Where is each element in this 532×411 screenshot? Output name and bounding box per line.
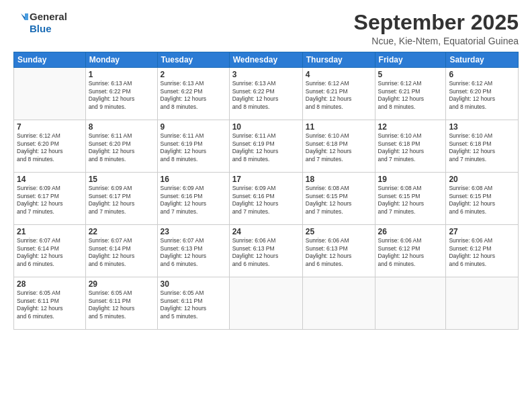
week-row-4: 21Sunrise: 6:07 AMSunset: 6:14 PMDayligh…: [14, 225, 519, 277]
col-tuesday: Tuesday: [157, 52, 229, 68]
day-number: 19: [378, 175, 443, 184]
cell-w1-d4: 3Sunrise: 6:13 AMSunset: 6:22 PMDaylight…: [229, 68, 302, 120]
day-info: Sunrise: 6:05 AMSunset: 6:11 PMDaylight:…: [89, 289, 154, 320]
page: General Blue September 2025 Ncue, Kie-Nt…: [0, 0, 532, 411]
day-number: 28: [17, 279, 83, 289]
day-number: 14: [17, 175, 83, 184]
day-info: Sunrise: 6:12 AMSunset: 6:21 PMDaylight:…: [378, 80, 443, 111]
day-number: 7: [17, 122, 83, 132]
col-monday: Monday: [85, 52, 157, 68]
day-number: 13: [449, 122, 515, 132]
cell-w2-d1: 7Sunrise: 6:12 AMSunset: 6:20 PMDaylight…: [14, 120, 86, 173]
day-number: 6: [449, 70, 515, 79]
cell-w2-d7: 13Sunrise: 6:10 AMSunset: 6:18 PMDayligh…: [446, 120, 519, 173]
logo: General Blue: [13, 11, 67, 35]
cell-w2-d6: 12Sunrise: 6:10 AMSunset: 6:18 PMDayligh…: [375, 120, 446, 173]
day-number: 11: [306, 122, 372, 132]
day-info: Sunrise: 6:10 AMSunset: 6:18 PMDaylight:…: [449, 132, 515, 163]
calendar-table: Sunday Monday Tuesday Wednesday Thursday…: [13, 52, 519, 330]
cell-w4-d5: 25Sunrise: 6:06 AMSunset: 6:13 PMDayligh…: [302, 225, 375, 277]
cell-w3-d3: 16Sunrise: 6:09 AMSunset: 6:16 PMDayligh…: [157, 173, 229, 225]
week-row-2: 7Sunrise: 6:12 AMSunset: 6:20 PMDaylight…: [14, 120, 519, 173]
day-number: 21: [17, 227, 83, 236]
month-title: September 2025: [354, 11, 519, 34]
cell-w2-d3: 9Sunrise: 6:11 AMSunset: 6:19 PMDaylight…: [157, 120, 229, 173]
day-info: Sunrise: 6:07 AMSunset: 6:14 PMDaylight:…: [17, 237, 83, 268]
logo-graphic: General Blue: [13, 11, 67, 35]
day-info: Sunrise: 6:06 AMSunset: 6:13 PMDaylight:…: [306, 237, 372, 268]
day-number: 26: [378, 227, 443, 236]
cell-w5-d2: 29Sunrise: 6:05 AMSunset: 6:11 PMDayligh…: [85, 277, 157, 330]
day-number: 16: [161, 175, 226, 184]
cell-w2-d4: 10Sunrise: 6:11 AMSunset: 6:19 PMDayligh…: [229, 120, 302, 173]
cell-w1-d2: 1Sunrise: 6:13 AMSunset: 6:22 PMDaylight…: [85, 68, 157, 120]
cell-w3-d2: 15Sunrise: 6:09 AMSunset: 6:17 PMDayligh…: [85, 173, 157, 225]
day-info: Sunrise: 6:07 AMSunset: 6:14 PMDaylight:…: [89, 237, 154, 268]
cell-w3-d7: 20Sunrise: 6:08 AMSunset: 6:15 PMDayligh…: [446, 173, 519, 225]
week-row-1: 1Sunrise: 6:13 AMSunset: 6:22 PMDaylight…: [14, 68, 519, 120]
day-info: Sunrise: 6:08 AMSunset: 6:15 PMDaylight:…: [378, 185, 443, 216]
cell-w2-d5: 11Sunrise: 6:10 AMSunset: 6:18 PMDayligh…: [302, 120, 375, 173]
day-info: Sunrise: 6:08 AMSunset: 6:15 PMDaylight:…: [449, 185, 515, 216]
day-info: Sunrise: 6:09 AMSunset: 6:16 PMDaylight:…: [232, 185, 300, 216]
day-number: 22: [89, 227, 154, 236]
day-number: 18: [306, 175, 372, 184]
day-info: Sunrise: 6:13 AMSunset: 6:22 PMDaylight:…: [89, 80, 154, 111]
day-info: Sunrise: 6:07 AMSunset: 6:13 PMDaylight:…: [161, 237, 226, 268]
cell-w4-d6: 26Sunrise: 6:06 AMSunset: 6:12 PMDayligh…: [375, 225, 446, 277]
day-number: 3: [232, 70, 300, 79]
cell-w1-d5: 4Sunrise: 6:12 AMSunset: 6:21 PMDaylight…: [302, 68, 375, 120]
day-info: Sunrise: 6:06 AMSunset: 6:12 PMDaylight:…: [378, 237, 443, 268]
day-number: 23: [161, 227, 226, 236]
day-info: Sunrise: 6:05 AMSunset: 6:11 PMDaylight:…: [17, 289, 83, 320]
location-subtitle: Ncue, Kie-Ntem, Equatorial Guinea: [354, 36, 519, 46]
col-thursday: Thursday: [302, 52, 375, 68]
day-number: 24: [232, 227, 300, 236]
cell-w4-d1: 21Sunrise: 6:07 AMSunset: 6:14 PMDayligh…: [14, 225, 86, 277]
day-number: 30: [161, 279, 226, 289]
col-saturday: Saturday: [446, 52, 519, 68]
day-info: Sunrise: 6:11 AMSunset: 6:19 PMDaylight:…: [161, 132, 226, 163]
day-info: Sunrise: 6:09 AMSunset: 6:16 PMDaylight:…: [161, 185, 226, 216]
cell-w5-d5: [302, 277, 375, 330]
day-number: 1: [89, 70, 154, 79]
col-sunday: Sunday: [14, 52, 86, 68]
day-number: 12: [378, 122, 443, 132]
cell-w4-d7: 27Sunrise: 6:06 AMSunset: 6:12 PMDayligh…: [446, 225, 519, 277]
day-number: 8: [89, 122, 154, 132]
day-info: Sunrise: 6:13 AMSunset: 6:22 PMDaylight:…: [232, 80, 300, 111]
header: General Blue September 2025 Ncue, Kie-Nt…: [13, 11, 519, 46]
cell-w3-d6: 19Sunrise: 6:08 AMSunset: 6:15 PMDayligh…: [375, 173, 446, 225]
week-row-5: 28Sunrise: 6:05 AMSunset: 6:11 PMDayligh…: [14, 277, 519, 330]
day-info: Sunrise: 6:11 AMSunset: 6:20 PMDaylight:…: [89, 132, 154, 163]
col-wednesday: Wednesday: [229, 52, 302, 68]
day-number: 25: [306, 227, 372, 236]
day-info: Sunrise: 6:09 AMSunset: 6:17 PMDaylight:…: [89, 185, 154, 216]
cell-w5-d3: 30Sunrise: 6:05 AMSunset: 6:11 PMDayligh…: [157, 277, 229, 330]
cell-w4-d2: 22Sunrise: 6:07 AMSunset: 6:14 PMDayligh…: [85, 225, 157, 277]
cell-w4-d3: 23Sunrise: 6:07 AMSunset: 6:13 PMDayligh…: [157, 225, 229, 277]
day-number: 4: [306, 70, 372, 79]
day-info: Sunrise: 6:13 AMSunset: 6:22 PMDaylight:…: [161, 80, 226, 111]
cell-w5-d7: [446, 277, 519, 330]
week-row-3: 14Sunrise: 6:09 AMSunset: 6:17 PMDayligh…: [14, 173, 519, 225]
day-info: Sunrise: 6:10 AMSunset: 6:18 PMDaylight:…: [306, 132, 372, 163]
day-info: Sunrise: 6:12 AMSunset: 6:20 PMDaylight:…: [449, 80, 515, 111]
day-info: Sunrise: 6:09 AMSunset: 6:17 PMDaylight:…: [17, 185, 83, 216]
cell-w5-d6: [375, 277, 446, 330]
day-number: 10: [232, 122, 300, 132]
cell-w5-d1: 28Sunrise: 6:05 AMSunset: 6:11 PMDayligh…: [14, 277, 86, 330]
day-info: Sunrise: 6:05 AMSunset: 6:11 PMDaylight:…: [161, 289, 226, 320]
day-info: Sunrise: 6:06 AMSunset: 6:12 PMDaylight:…: [449, 237, 515, 268]
logo-text: General Blue: [30, 11, 67, 35]
cell-w1-d6: 5Sunrise: 6:12 AMSunset: 6:21 PMDaylight…: [375, 68, 446, 120]
day-number: 29: [89, 279, 154, 289]
day-number: 5: [378, 70, 443, 79]
day-number: 15: [89, 175, 154, 184]
logo-bird-icon: [13, 11, 28, 35]
svg-marker-1: [25, 13, 28, 20]
title-block: September 2025 Ncue, Kie-Ntem, Equatoria…: [354, 11, 519, 46]
day-number: 2: [161, 70, 226, 79]
calendar-header-row: Sunday Monday Tuesday Wednesday Thursday…: [14, 52, 519, 68]
day-number: 9: [161, 122, 226, 132]
